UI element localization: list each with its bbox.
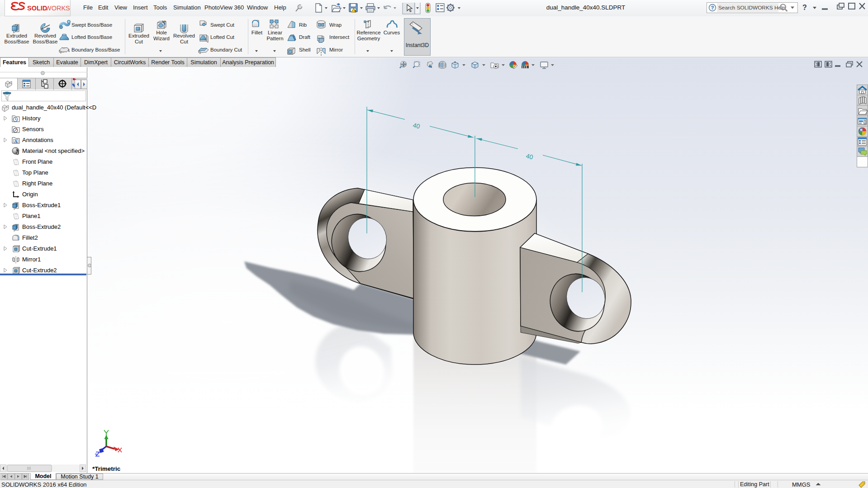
svg-text:40: 40 [525,152,534,161]
svg-text:*Trimetric: *Trimetric [92,465,121,472]
svg-text:Search SOLIDWORKS Help: Search SOLIDWORKS Help [718,5,786,11]
svg-text:SOLID: SOLID [27,5,47,12]
svg-text:WORKS: WORKS [45,5,70,12]
svg-text:?: ? [711,5,714,10]
svg-text:!: ! [355,9,356,13]
svg-text:A: A [14,139,18,144]
svg-text:40: 40 [412,121,421,130]
